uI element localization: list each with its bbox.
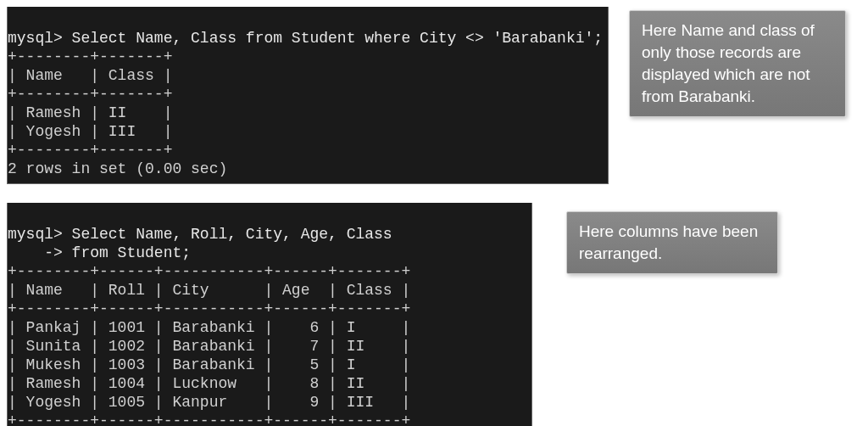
table-header: | Name | Class | [8, 67, 172, 84]
table-row: | Yogesh | III | [8, 123, 172, 140]
example-block-2: mysql> Select Name, Roll, City, Age, Cla… [7, 203, 861, 426]
sql-query-2-line2: -> from Student; [8, 244, 191, 261]
table-border-mid: +--------+-------+ [8, 86, 172, 103]
explanation-callout-1: Here Name and class of only those record… [629, 10, 846, 117]
sql-query-1: mysql> Select Name, Class from Student w… [8, 30, 603, 47]
table-border-top: +--------+------+-----------+------+----… [8, 263, 410, 280]
table-border-mid: +--------+------+-----------+------+----… [8, 300, 410, 317]
example-block-1: mysql> Select Name, Class from Student w… [7, 7, 861, 184]
table-row: | Ramesh | 1004 | Lucknow | 8 | II | [8, 375, 410, 392]
table-border-bottom: +--------+-------+ [8, 142, 172, 159]
table-row: | Mukesh | 1003 | Barabanki | 5 | I | [8, 356, 410, 373]
table-border-bottom: +--------+------+-----------+------+----… [8, 412, 410, 426]
explanation-callout-2: Here columns have been rearranged. [566, 211, 778, 274]
table-header: | Name | Roll | City | Age | Class | [8, 282, 410, 299]
table-row: | Pankaj | 1001 | Barabanki | 6 | I | [8, 319, 410, 336]
terminal-output-1: mysql> Select Name, Class from Student w… [7, 7, 609, 184]
table-row: | Sunita | 1002 | Barabanki | 7 | II | [8, 338, 410, 355]
table-row: | Yogesh | 1005 | Kanpur | 9 | III | [8, 394, 410, 411]
sql-query-2-line1: mysql> Select Name, Roll, City, Age, Cla… [8, 226, 392, 243]
table-border-top: +--------+-------+ [8, 48, 172, 65]
result-footer: 2 rows in set (0.00 sec) [8, 160, 227, 177]
terminal-output-2: mysql> Select Name, Roll, City, Age, Cla… [7, 203, 532, 426]
table-row: | Ramesh | II | [8, 104, 172, 121]
